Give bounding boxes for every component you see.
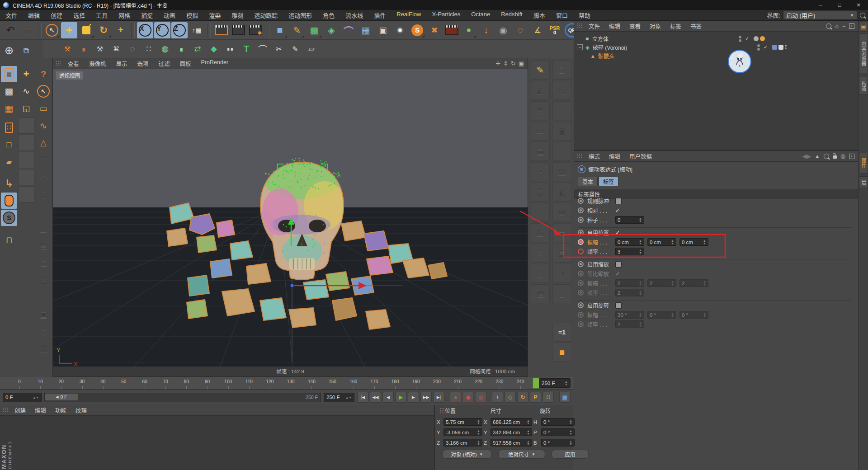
- cube-pair-button[interactable]: ∎∎: [222, 41, 238, 56]
- key-pla-button[interactable]: ∷: [542, 392, 554, 403]
- animation-dot-icon[interactable]: [578, 280, 584, 286]
- attribute-value-field[interactable]: 0 °▲▼: [647, 311, 676, 319]
- dock-tab-内容浏览器[interactable]: 内容浏览器: [859, 33, 868, 73]
- menu-item-角色[interactable]: 角色: [317, 11, 340, 19]
- menu-item-插件[interactable]: 插件: [368, 11, 391, 19]
- previous-frame-button[interactable]: ◀: [382, 392, 394, 403]
- psr-reset-button[interactable]: PSR0: [547, 22, 563, 38]
- dock-tab-属性[interactable]: 属性: [859, 153, 868, 174]
- x-particles-button[interactable]: ✖: [426, 22, 443, 38]
- object-row[interactable]: ▲骷髅头: [574, 52, 858, 60]
- key-scale-button[interactable]: ◇: [505, 392, 516, 403]
- collision-sphere-button[interactable]: ◉: [495, 22, 511, 38]
- menu-item-查看[interactable]: 查看: [63, 59, 84, 68]
- object-row[interactable]: −◈破碎 (Voronoi)✓: [574, 43, 858, 52]
- empty-slot-button[interactable]: [18, 152, 34, 168]
- menu-item-帮助[interactable]: 帮助: [573, 11, 596, 19]
- zoom-view-icon[interactable]: ⇕: [503, 60, 508, 67]
- menu-item-运动图形[interactable]: 运动图形: [283, 11, 317, 19]
- attribute-value-field[interactable]: 0 cm▲▼: [679, 238, 708, 246]
- menu-item-显示[interactable]: 显示: [111, 59, 132, 68]
- attribute-value-field[interactable]: 2▲▼: [615, 279, 644, 287]
- menu-item-标签[interactable]: 标签: [665, 22, 686, 30]
- menu-item-查看[interactable]: 查看: [625, 22, 645, 30]
- panel-grip[interactable]: [439, 408, 445, 414]
- animation-dot-icon[interactable]: [578, 290, 584, 296]
- autokeying-button[interactable]: ◉: [462, 392, 474, 403]
- search-icon[interactable]: [860, 13, 865, 18]
- attribute-value-field[interactable]: 0 cm▲▼: [615, 238, 644, 246]
- display-tag-icon[interactable]: [778, 45, 783, 50]
- cube-points-green-button[interactable]: ∎: [174, 41, 189, 56]
- attribute-value-field[interactable]: 2▲▼: [615, 320, 644, 328]
- attribute-check-icon[interactable]: ✓: [615, 207, 620, 214]
- menu-item-创建[interactable]: 创建: [10, 406, 30, 414]
- rotation-value-field[interactable]: 0 °▲▼: [541, 418, 575, 426]
- menu-item-纹理[interactable]: 纹理: [71, 406, 91, 414]
- menu-item-ProRender[interactable]: ProRender: [196, 59, 233, 68]
- lock-x-button[interactable]: X: [137, 22, 153, 38]
- animation-dot-icon[interactable]: [578, 207, 584, 213]
- key-parameter-button[interactable]: P: [530, 392, 541, 403]
- menu-item-选择[interactable]: 选择: [68, 11, 90, 19]
- texture-tag-icon[interactable]: [772, 45, 777, 50]
- animation-dot-icon[interactable]: [578, 249, 584, 254]
- attribute-check-icon[interactable]: ✓: [615, 229, 620, 236]
- menu-item-模拟[interactable]: 模拟: [181, 11, 203, 19]
- xpresso-tag-button[interactable]: =1: [552, 323, 571, 342]
- rotation-value-field[interactable]: 0 °▲▼: [541, 428, 575, 436]
- menu-item-书签[interactable]: 书签: [686, 22, 706, 30]
- expand-icon[interactable]: −: [577, 44, 583, 50]
- menu-item-用户数据[interactable]: 用户数据: [625, 152, 656, 160]
- attribute-value-field[interactable]: 3▲▼: [615, 248, 644, 255]
- viewport-canvas[interactable]: YX 透视视图: [53, 69, 528, 367]
- minimize-button[interactable]: ─: [811, 0, 830, 10]
- attribute-value-field[interactable]: 0 cm▲▼: [647, 238, 676, 246]
- view-label[interactable]: 透视视图: [56, 71, 83, 80]
- menu-item-工具[interactable]: 工具: [90, 11, 113, 19]
- menu-item-创建[interactable]: 创建: [45, 11, 68, 19]
- empty-slot-button[interactable]: [18, 135, 34, 151]
- animation-dot-icon[interactable]: [578, 271, 584, 277]
- previous-key-button[interactable]: ◀◀: [370, 392, 381, 403]
- animation-dot-icon[interactable]: [578, 239, 584, 245]
- menu-item-雕刻[interactable]: 雕刻: [226, 11, 249, 19]
- position-value-field[interactable]: 5.75 cm▲▼: [443, 418, 482, 426]
- menu-item-选项[interactable]: 选项: [132, 59, 154, 68]
- menu-item-文件[interactable]: 文件: [0, 11, 23, 19]
- maximize-button[interactable]: □: [830, 0, 849, 10]
- live-select-tool-button[interactable]: ↖: [35, 83, 52, 99]
- lock-y-button[interactable]: Y: [154, 22, 170, 38]
- close-button[interactable]: ✕: [849, 0, 868, 10]
- object-name[interactable]: 破碎 (Voronoi): [593, 43, 627, 51]
- rotate-button[interactable]: ↻: [95, 22, 112, 38]
- cube-points-red-button[interactable]: ∎: [76, 41, 91, 56]
- viewport-solo-button[interactable]: [1, 193, 17, 209]
- world-grid-button[interactable]: ⊕: [1, 42, 17, 59]
- go-to-end-button[interactable]: ▶|: [433, 392, 444, 403]
- light-button[interactable]: ●: [392, 22, 408, 38]
- dock-tab-icon[interactable]: ▣: [859, 22, 868, 32]
- icosphere-button[interactable]: ◆: [206, 41, 222, 56]
- object-name[interactable]: 立方体: [592, 35, 609, 42]
- menu-item-X-Particles[interactable]: X-Particles: [426, 11, 466, 19]
- model-mode-button[interactable]: ■: [1, 66, 17, 82]
- next-key-button[interactable]: ▶▶: [420, 392, 432, 403]
- menu-item-渲染[interactable]: 渲染: [203, 11, 226, 19]
- menu-item-运动跟踪[interactable]: 运动跟踪: [249, 11, 283, 19]
- go-to-start-button[interactable]: |◀: [357, 392, 368, 403]
- interface-dropdown[interactable]: 启动 (用户) ▼: [783, 11, 857, 20]
- max-frame-field[interactable]: 250 F ▲▼: [324, 393, 354, 402]
- timeline-ruler[interactable]: 0102030405060708090100110120130140150160…: [0, 377, 573, 390]
- play-button[interactable]: ▶: [395, 392, 406, 403]
- menu-item-模式[interactable]: 模式: [584, 152, 604, 160]
- search-icon[interactable]: [826, 24, 831, 29]
- menu-item-捕捉[interactable]: 捕捉: [136, 11, 158, 19]
- render-settings-button[interactable]: ✱: [247, 22, 264, 38]
- position-value-field[interactable]: 3.166 cm▲▼: [443, 439, 482, 446]
- snap-button[interactable]: S: [1, 210, 17, 226]
- poly-select-tool-button[interactable]: △: [35, 135, 52, 151]
- empty-slot-button[interactable]: [18, 186, 34, 202]
- timeline-slider[interactable]: ◀0 F 250 F: [44, 393, 321, 402]
- size-mode-dropdown[interactable]: 绝对尺寸▼: [498, 450, 545, 459]
